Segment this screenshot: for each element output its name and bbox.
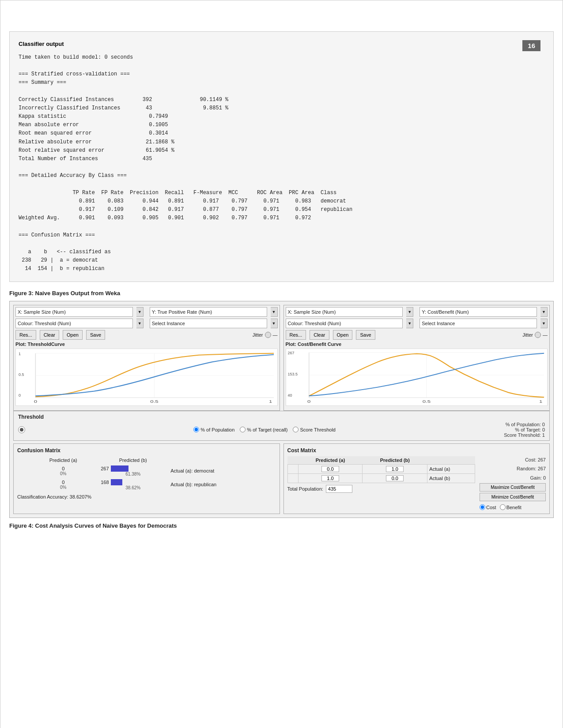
- left-colour-dropdown[interactable]: ▼: [136, 319, 144, 328]
- right-plot-label: Plot: Cost/Benefit Curve: [286, 341, 548, 347]
- cost-benefit-radios: Cost Benefit: [480, 504, 546, 510]
- cm-val-a1: 0 0%: [28, 464, 98, 478]
- threshold-info: % of Population: 0 % of Target: 0 Score …: [504, 422, 545, 438]
- figure4-caption: Figure 4: Cost Analysis Curves of Naive …: [9, 522, 554, 529]
- classifier-output-label: Classifier output: [19, 40, 544, 49]
- confusion-matrix-table: Predicted (a) Predicted (b) 0 0%: [17, 456, 276, 492]
- svg-text:0: 0: [307, 399, 310, 403]
- cost-input-b2[interactable]: [386, 475, 404, 481]
- right-y-axis-dropdown[interactable]: ▼: [540, 307, 548, 317]
- cost-col-header-a: Predicted (a): [298, 456, 363, 465]
- total-population-input[interactable]: [326, 485, 352, 493]
- cost-cell-b2[interactable]: [363, 473, 427, 483]
- cost-matrix-label: Cost Matrix: [287, 447, 546, 454]
- right-x-axis-label: X: Sample Size (Num): [288, 309, 336, 315]
- threshold-radios: % of Population % of Target (recall) Sco…: [193, 427, 336, 432]
- cm-val-b2: 168 38.62%: [98, 478, 168, 492]
- left-jitter-label: Jitter: [253, 332, 263, 338]
- right-jitter-dash: —: [543, 332, 548, 338]
- left-jitter-control: Jitter —: [253, 332, 278, 338]
- cost-actual-b: Actual (b): [427, 473, 475, 483]
- benefit-radio-label[interactable]: Benefit: [500, 504, 521, 510]
- cost-radio-label[interactable]: Cost: [480, 504, 496, 510]
- left-open-button[interactable]: Open: [63, 330, 83, 340]
- cm-actual-b: Actual (b): republican: [168, 478, 276, 492]
- cm-actual-a: Actual (a): democrat: [168, 464, 276, 478]
- threshold-radio1[interactable]: [193, 427, 199, 432]
- cm-val-b1: 267 61.38%: [98, 464, 168, 478]
- threshold-radio2-label[interactable]: % of Target (recall): [240, 427, 287, 432]
- right-y-axis-label: Y: Cost/Benefit (Num): [422, 309, 469, 315]
- left-res-button[interactable]: Res...: [15, 330, 36, 340]
- left-x-axis-label: X: Sample Size (Num): [18, 309, 66, 315]
- right-chart-svg: 0 0.5 1: [286, 349, 548, 405]
- left-save-button[interactable]: Save: [86, 330, 105, 340]
- cost-stat-random: Random: 267: [480, 465, 546, 473]
- threshold-radio1-label[interactable]: % of Population: [193, 427, 234, 432]
- threshold-section: Threshold % of Population % of Target (r…: [13, 411, 550, 441]
- cost-col-header-b: Predicted (b): [363, 456, 427, 465]
- threshold-radio3-label[interactable]: Score Threshold: [293, 427, 336, 432]
- left-chart-svg: 0 0.5 1: [16, 349, 277, 405]
- right-x-axis-dropdown[interactable]: ▼: [406, 307, 413, 317]
- threshold-label: Threshold: [18, 414, 545, 420]
- right-select-instance-dropdown[interactable]: ▼: [540, 319, 548, 328]
- cost-input-a2[interactable]: [321, 475, 339, 481]
- cm-col-header-b: Predicted (b): [98, 456, 168, 464]
- right-colour-label: Colour: Threshold (Num): [288, 321, 341, 326]
- page-number: 16: [522, 40, 540, 51]
- cost-stat-gain: Gain: 0: [480, 474, 546, 482]
- left-y-axis-label: Y: True Positive Rate (Num): [152, 309, 212, 315]
- cost-cell-b1[interactable]: [363, 464, 427, 473]
- cm-bar-1: [111, 465, 128, 472]
- svg-text:0.5: 0.5: [150, 399, 159, 403]
- benefit-radio[interactable]: [500, 504, 506, 510]
- cm-val-a2: 0 0%: [28, 478, 98, 492]
- total-population-label: Total Population:: [287, 486, 323, 492]
- cost-input-b1[interactable]: [386, 466, 404, 472]
- left-jitter-radio[interactable]: [265, 332, 271, 338]
- cost-matrix-section: Cost Matrix Predicted (a) Predicted (b): [283, 443, 550, 514]
- cm-col-header-a: Predicted (a): [28, 456, 98, 464]
- svg-text:0: 0: [34, 399, 37, 403]
- right-save-button[interactable]: Save: [356, 330, 375, 340]
- threshold-population-info: % of Population: 0: [504, 422, 545, 427]
- cost-header-row: Predicted (a) Predicted (b): [287, 456, 475, 465]
- right-chart-area: 267 153.5 40: [286, 349, 548, 406]
- cost-stat-cost: Cost: 267: [480, 456, 546, 464]
- left-clear-button[interactable]: Clear: [40, 330, 59, 340]
- cm-header-row: Predicted (a) Predicted (b): [17, 456, 276, 464]
- confusion-matrix-label: Confusion Matrix: [17, 447, 276, 454]
- classifier-output-content: Time taken to build model: 0 seconds ===…: [19, 53, 544, 274]
- cost-cell-a2[interactable]: [298, 473, 363, 483]
- left-colour-label: Colour: Threshold (Num): [18, 321, 71, 326]
- total-population-row: Total Population:: [287, 485, 476, 493]
- right-colour-dropdown[interactable]: ▼: [406, 319, 413, 328]
- svg-text:0.5: 0.5: [422, 399, 431, 403]
- cost-row-2: Actual (b): [287, 473, 475, 483]
- cost-input-a1[interactable]: [321, 466, 339, 472]
- right-jitter-radio[interactable]: [535, 332, 541, 338]
- right-res-button[interactable]: Res...: [286, 330, 306, 340]
- maximize-cost-benefit-button[interactable]: Maximize Cost/Benefit: [480, 483, 546, 492]
- minimize-cost-benefit-button[interactable]: Minimize Cost/Benefit: [480, 493, 546, 501]
- threshold-target-info: % of Target: 0: [504, 427, 545, 432]
- left-select-instance-dropdown[interactable]: ▼: [271, 319, 278, 328]
- right-jitter-control: Jitter —: [522, 332, 548, 338]
- classification-accuracy: Classification Accuracy: 38.6207%: [17, 494, 276, 499]
- figure3-caption: Figure 3: Naive Bayes Output from Weka: [9, 290, 554, 296]
- cm-row-2: 0 0% 168 38.62% Actual (b): republican: [17, 478, 276, 492]
- threshold-radio3[interactable]: [293, 427, 299, 432]
- threshold-score-info: Score Threshold: 1: [504, 432, 545, 438]
- left-x-axis-dropdown[interactable]: ▼: [136, 307, 144, 317]
- right-clear-button[interactable]: Clear: [310, 330, 329, 340]
- cm-bar-2: [111, 479, 122, 485]
- threshold-slider-handle[interactable]: [18, 426, 25, 433]
- cm-row-1: 0 0% 267 61.38% Actual (a): democrat: [17, 464, 276, 478]
- cost-radio[interactable]: [480, 504, 485, 510]
- threshold-radio2[interactable]: [240, 427, 246, 432]
- cost-cell-a1[interactable]: [298, 464, 363, 473]
- right-open-button[interactable]: Open: [333, 330, 353, 340]
- left-y-axis-dropdown[interactable]: ▼: [271, 307, 278, 317]
- left-chart-area: 1 0.5 0: [15, 349, 278, 406]
